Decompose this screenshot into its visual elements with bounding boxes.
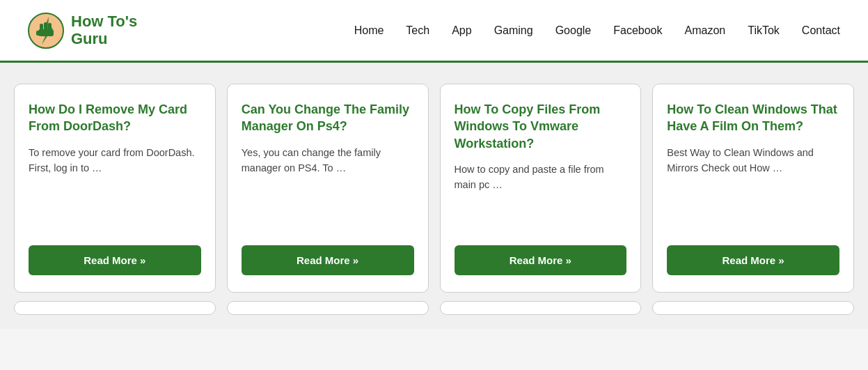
article-cards-bottom-row (14, 301, 854, 315)
site-header: How To's Guru Home Tech App Gaming Googl… (0, 0, 868, 63)
nav-contact[interactable]: Contact (802, 24, 840, 37)
nav-tiktok[interactable]: TikTok (748, 24, 780, 37)
main-nav: Home Tech App Gaming Google Facebook Ama… (354, 24, 840, 37)
card-2-excerpt: Yes, you can change the family manager o… (242, 145, 414, 236)
nav-tech[interactable]: Tech (406, 24, 429, 37)
logo-line1: How To's (71, 13, 137, 30)
card-4-title: How To Clean Windows That Have A Film On… (667, 101, 839, 135)
nav-gaming[interactable]: Gaming (494, 24, 533, 37)
logo-icon (28, 13, 64, 49)
card-2-read-more[interactable]: Read More » (242, 245, 414, 275)
card-3-title: How To Copy Files From Windows To Vmware… (455, 101, 627, 152)
nav-amazon[interactable]: Amazon (685, 24, 726, 37)
logo-line2: Guru (71, 31, 137, 47)
site-logo[interactable]: How To's Guru (28, 13, 137, 49)
main-content: How Do I Remove My Card From DoorDash? T… (0, 63, 868, 329)
card-4-excerpt: Best Way to Clean Windows and Mirrors Ch… (667, 145, 839, 236)
svg-rect-5 (36, 31, 40, 36)
card-3-read-more[interactable]: Read More » (455, 245, 627, 275)
card-2-title: Can You Change The Family Manager On Ps4… (242, 101, 414, 135)
article-card-1: How Do I Remove My Card From DoorDash? T… (14, 84, 216, 293)
card-1-read-more[interactable]: Read More » (29, 245, 201, 275)
nav-home[interactable]: Home (354, 24, 384, 37)
card-partial-4 (652, 301, 854, 315)
card-1-title: How Do I Remove My Card From DoorDash? (29, 101, 201, 135)
article-cards-grid: How Do I Remove My Card From DoorDash? T… (14, 84, 854, 293)
card-partial-3 (440, 301, 642, 315)
card-4-read-more[interactable]: Read More » (667, 245, 839, 275)
card-3-excerpt: How to copy and paste a file from main p… (455, 162, 627, 236)
article-card-2: Can You Change The Family Manager On Ps4… (227, 84, 429, 293)
article-card-3: How To Copy Files From Windows To Vmware… (440, 84, 642, 293)
card-partial-1 (14, 301, 216, 315)
article-card-4: How To Clean Windows That Have A Film On… (652, 84, 854, 293)
logo-text: How To's Guru (71, 13, 137, 47)
card-partial-2 (227, 301, 429, 315)
card-1-excerpt: To remove your card from DoorDash. First… (29, 145, 201, 236)
nav-google[interactable]: Google (555, 24, 592, 37)
nav-facebook[interactable]: Facebook (613, 24, 662, 37)
nav-app[interactable]: App (452, 24, 471, 37)
